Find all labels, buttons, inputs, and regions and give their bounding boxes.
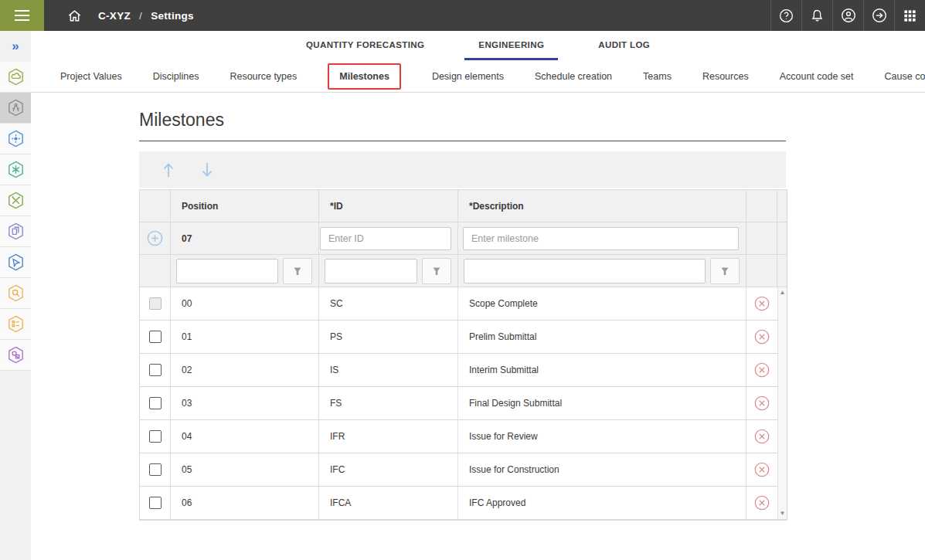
breadcrumb-page: Settings [151, 10, 194, 22]
subtab-resources[interactable]: Resources [702, 71, 749, 82]
help-button[interactable] [770, 0, 801, 31]
header-actions-cell [746, 190, 777, 222]
page-title: Milestones [139, 110, 224, 131]
funnel-icon [431, 266, 442, 277]
table-row-select [140, 487, 171, 520]
delete-row-button[interactable] [753, 394, 771, 412]
subtab-resource-types[interactable]: Resource types [230, 71, 297, 82]
delete-row-button[interactable] [753, 328, 771, 346]
arrow-down-icon [199, 161, 216, 179]
hexagon-target-icon [6, 129, 26, 148]
apps-button[interactable] [894, 0, 925, 31]
scroll-down-icon[interactable]: ▼ [780, 511, 786, 517]
account-button[interactable] [832, 0, 863, 31]
add-row-cell [140, 222, 171, 255]
row-checkbox[interactable] [149, 430, 162, 443]
sidebar-module-engineering[interactable] [0, 93, 31, 124]
subtab-milestones[interactable]: Milestones [328, 63, 401, 90]
subtab-project-values[interactable]: Project Values [60, 71, 122, 82]
subtab-schedule-creation[interactable]: Schedule creation [535, 71, 612, 82]
description-filter-button[interactable] [710, 258, 740, 284]
account-icon [840, 7, 857, 24]
home-button[interactable] [58, 0, 90, 31]
hexagon-compass-icon [6, 98, 26, 117]
cell-position: 02 [171, 354, 319, 387]
new-description-input[interactable] [463, 227, 739, 250]
column-header-id[interactable]: *ID [319, 190, 458, 222]
subtab-cause-codes[interactable]: Cause codes [885, 71, 925, 82]
sidebar-module-documents[interactable] [0, 216, 31, 247]
delete-row-button[interactable] [753, 294, 771, 313]
delete-row-button[interactable] [753, 460, 771, 479]
breadcrumb-separator: / [134, 10, 148, 22]
module-sidebar: » [0, 31, 31, 560]
position-filter-button[interactable] [283, 258, 312, 284]
cell-description: Scope Complete [458, 287, 746, 321]
cell-id: IFCA [319, 487, 458, 520]
sidebar-module-stamp[interactable] [0, 340, 31, 371]
sidebar-module-target[interactable] [0, 124, 31, 154]
row-checkbox[interactable] [149, 397, 162, 409]
notifications-bell-icon [809, 8, 825, 24]
cell-position: 01 [171, 321, 319, 354]
column-header-description[interactable]: *Description [458, 190, 746, 222]
hamburger-menu-button[interactable] [0, 0, 44, 31]
column-header-position[interactable]: Position [171, 190, 319, 222]
sidebar-module-search[interactable] [0, 278, 31, 309]
table-scrollbar[interactable]: ▲ ▼ [777, 287, 787, 520]
hexagon-search-icon [6, 283, 26, 303]
table-row-select [140, 453, 171, 487]
row-checkbox[interactable] [149, 497, 162, 509]
tab-quantity-forecasting[interactable]: QUANTITY FORECASTING [292, 31, 438, 60]
filter-select-cell [140, 255, 171, 287]
hexagon-stamp-icon [6, 345, 26, 365]
breadcrumb-project[interactable]: C-XYZ [98, 10, 131, 22]
delete-circle-x-icon [753, 461, 770, 478]
cell-id: PS [319, 321, 458, 354]
subtab-design-elements[interactable]: Design elements [432, 71, 504, 82]
description-filter-input[interactable] [464, 259, 706, 283]
table-row-select [140, 387, 171, 420]
subtab-disciplines[interactable]: Disciplines [153, 71, 199, 82]
move-down-button[interactable] [196, 159, 218, 181]
delete-circle-x-icon [753, 494, 770, 511]
row-checkbox[interactable] [149, 331, 162, 343]
new-id-input[interactable] [320, 227, 451, 250]
sidebar-module-checklist[interactable] [0, 309, 31, 340]
row-checkbox[interactable] [149, 297, 162, 310]
sidebar-module-snowflake[interactable] [0, 154, 31, 185]
topbar-actions [770, 0, 925, 31]
id-filter-button[interactable] [422, 258, 451, 284]
notifications-button[interactable] [801, 0, 832, 31]
subtab-teams[interactable]: Teams [643, 71, 672, 82]
sidebar-module-cloud[interactable] [0, 62, 31, 93]
scroll-up-icon[interactable]: ▲ [780, 290, 786, 296]
cell-description: IFC Approved [458, 487, 746, 520]
row-checkbox[interactable] [149, 364, 162, 376]
sidebar-expand-button[interactable]: » [0, 31, 31, 62]
row-checkbox[interactable] [149, 463, 162, 476]
table-row-select [140, 321, 171, 354]
delete-row-button[interactable] [753, 494, 771, 512]
delete-row-button[interactable] [753, 427, 771, 446]
arrow-up-icon [160, 161, 177, 179]
id-filter-input[interactable] [325, 259, 417, 283]
sidebar-module-tools[interactable] [0, 185, 31, 216]
apps-grid-icon [903, 8, 917, 23]
sidebar-module-cursor[interactable] [0, 247, 31, 278]
move-up-button[interactable] [158, 159, 179, 181]
table-row-select [140, 420, 171, 453]
hexagon-documents-icon [6, 222, 26, 241]
subtab-account-code-set[interactable]: Account code set [780, 71, 854, 82]
add-row-button[interactable] [146, 229, 164, 247]
cell-id: FS [319, 387, 458, 420]
delete-row-button[interactable] [753, 361, 771, 379]
position-filter-input[interactable] [176, 259, 278, 283]
tab-audit-log[interactable]: AUDIT LOG [584, 31, 664, 60]
main-tab-bar: QUANTITY FORECASTING ENGINEERING AUDIT L… [31, 31, 925, 60]
sign-out-button[interactable] [863, 0, 894, 31]
cell-position: 00 [171, 287, 319, 321]
delete-circle-x-icon [753, 328, 770, 345]
tab-engineering[interactable]: ENGINEERING [464, 31, 558, 60]
add-row-position: 07 [171, 222, 319, 255]
